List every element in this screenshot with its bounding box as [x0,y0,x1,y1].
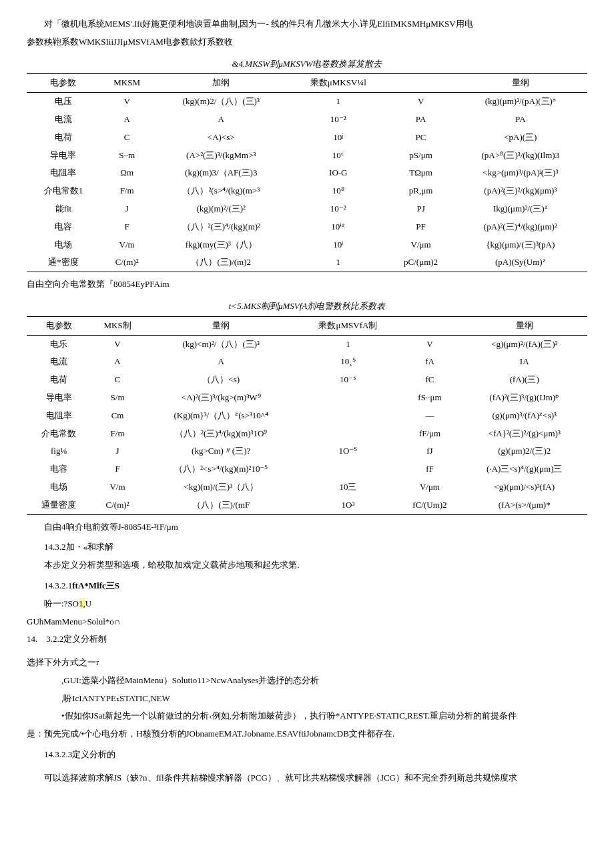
table-row: 电场V/mfkg)(my(三)³（八）10ⁱV/μm{kg)(μm)/(三)³(… [27,236,587,254]
table2-cell: A [144,353,298,371]
line-so1-pre: 吩一:?SO [44,598,79,608]
table1-cell: C [100,129,154,147]
table1-cell: V [100,93,154,111]
table2-cell: 电阻率 [27,407,91,425]
line-so1: 吩一:?SO1,U [27,597,587,611]
sec-14321: 14.3.2.1ftA*Mlfc三S [27,579,587,593]
line-so1-after: U [85,598,91,608]
table2-cell: (·A)三<s)⁴/(g)(μm)三 [461,460,587,478]
table1-cell: J [100,200,154,218]
table2-cell: fF [398,460,461,478]
table1-cell: 电场 [27,236,100,254]
table-row: 介电常数F/m（八）²(三)⁴/(kg)(m)³1O⁹fF/μm<fA}²(三)… [27,425,587,443]
table-row: 电阻率Ωm(kg)(m)3/（AF(三)3IO-GTΩμm<kg>(μm)³/(… [27,164,587,182]
table1-cell: PA [388,111,453,129]
table2-cell [298,389,398,407]
table1-header-row: 电参数 MKSM 加纲 乘数μMKSV¼l 量纲 [27,74,587,93]
table2-cell [298,460,398,478]
table1-cell: V [388,93,453,111]
table1-cell: （八）²(s>⁴/(kg)(m>³ [154,182,288,200]
table1-cell: TΩμm [388,164,453,182]
table-row: 能fitJ(kg)(m)²/(三)²10⁻²PJIkg)(μm)²/(三)ᶻ [27,200,587,218]
table2-cell: 10¸⁵ [298,353,398,371]
table2-h2: 量纲 [144,316,298,335]
table-row: 导电率S/m<A)²(三)³/(kg>(m)³W⁹fS··μm(fA)²(三)³… [27,389,587,407]
table-row: 通量密度C/(m)²（八）(三)/(mF1O³fC/(Um)2(fA>(s>/(… [27,496,587,514]
table2-cell: 1 [298,335,398,353]
table2-cell: F/m [91,425,144,443]
bullet2: ,吩IcIANTYPE₁STATIC,NEW [27,692,587,706]
table1-cell: F [100,218,154,236]
table2-cell: <A)²(三)³/(kg>(m)³W⁹ [144,389,298,407]
table2-cell: （八）²<s>⁴/(kg)(m)²10⁻⁵ [144,460,298,478]
note2: 自由4响介电前效等J-80854E-³fF/μm [27,520,587,534]
table1-cell: <kg>(μm)³/(pA)ʲ(三)³ [454,164,587,182]
table1-cell: pR,μm [388,182,453,200]
table2-cell: fC [398,371,461,389]
table-row: 电场V/m<kg)(m)/(三)³（八）10三V/μm<g)(μm)/<s)³(… [27,478,587,496]
table2-cell: A [91,353,144,371]
table2-cell: fC/(Um)2 [398,496,461,514]
sec-14321-title: ftA*Mlfc三S [72,580,119,590]
table1-cell: {kg)(μm)/(三)³(pA) [454,236,587,254]
table1-cell: Ωm [100,164,154,182]
table2-cell: 10⁻ˢ [298,371,398,389]
line-choose: 选择下外方式之一r [27,656,587,670]
table2-cell: J [91,442,144,460]
table1-cell: <A)<s> [154,129,288,147]
table1-cell: (kg)(m)3/（AF(三)3 [154,164,288,182]
table2-cell [298,425,398,443]
table1-cell: 1 [288,254,388,272]
table1-cell: A [100,111,154,129]
table2-cell: 电容 [27,460,91,478]
bullet1: ,GUI:选菜小路径MainMenu）Solutio11>NcwAnalyses… [27,674,587,688]
table1-cell: Ikg)(μm)²/(三)ᶻ [454,200,587,218]
sec-14322: 14. 3.2.2定义分析刎 [27,632,587,646]
table2-cell: F [91,460,144,478]
table1-cell: PA [454,111,587,129]
table2-cell: 1O³ [298,496,398,514]
table2-cell: （八）(三)/(mF [144,496,298,514]
final-para: 可以选择波前求解JS（缺?n、ffl条件共粘梯慢求解器（PCG）、就可比共粘梯慢… [27,771,587,785]
bullet3-1: •假如你JSat新起先一个以前做过的分析‹例如,分析附加皴荷步），执行吩*ANT… [27,709,587,723]
sec-14323: 14.3.2.3定义分析的 [27,748,587,762]
table2-cell: V/m [91,478,144,496]
table1-h4 [388,74,453,93]
table1-cell: <pA)(三) [454,129,587,147]
table2-cell: S/m [91,389,144,407]
table2-h0: 电参数 [27,316,91,335]
table2-cell: (kg)<m)²/（八）(三)³ [144,335,298,353]
sec-1432: 14.3.2加・«和求解 [27,540,587,554]
table-row: 电荷C（八）<s)10⁻ˢfC(fA)(三) [27,371,587,389]
table-row: 导电率S··m(A>²(三)³/(kgMm>³10ᶜpS/μm(pA>⁸(三)³… [27,147,587,165]
table1-cell: (kg)(m)2/（八）(三)³ [154,93,288,111]
table1-cell: V/μm [388,236,453,254]
table-row: 电容F（八）²<s>⁴/(kg)(m)²10⁻⁵fF(·A)三<s)⁴/(g)(… [27,460,587,478]
table2-cell: fA [398,353,461,371]
table1-cell: F/m [100,182,154,200]
table1-cell: (pA)²(三)⁴/(kg)(μm)² [454,218,587,236]
table1-cell: 电阻率 [27,164,100,182]
table1-cell: 电压 [27,93,100,111]
table1-cell: fkg)(my(三)³（八） [154,236,288,254]
table2: 电参数 MKS制 量纲 乘数μMSVfA制 量纲 电乐V(kg)<m)²/（八）… [27,316,587,515]
table2-cell: fJ [398,442,461,460]
table1-cell: 电荷 [27,129,100,147]
table1-h3: 乘数μMKSV¼l [288,74,388,93]
sec-14321-num: 14.3.2.1 [44,580,72,590]
table1-cell: (pA>⁸(三)³/(kg)(Ilm)3 [454,147,587,165]
table-row: 电流AA10⁻²PAPA [27,111,587,129]
table1-cell: 10⁸ [288,182,388,200]
table1-cell: V/m [100,236,154,254]
table1-cell: 电流 [27,111,100,129]
table2-cell: <g)(μm)²/(fA)(三)³ [461,335,587,353]
table1-h0: 电参数 [27,74,100,93]
table1-cell: C/(m)² [100,254,154,272]
table2-cell: 1O⁻⁵ [298,442,398,460]
table2-cell: 电流 [27,353,91,371]
bullet3-2: 是：预先完成/•个心电分析，H核预分析的JObnameEMAT.Jobname.… [27,727,587,741]
table1-cell: 10ʲ [288,129,388,147]
table1-cell: pS/μm [388,147,453,165]
line-so1-hl: 1, [79,598,85,608]
table2-h5: 量纲 [461,316,587,335]
